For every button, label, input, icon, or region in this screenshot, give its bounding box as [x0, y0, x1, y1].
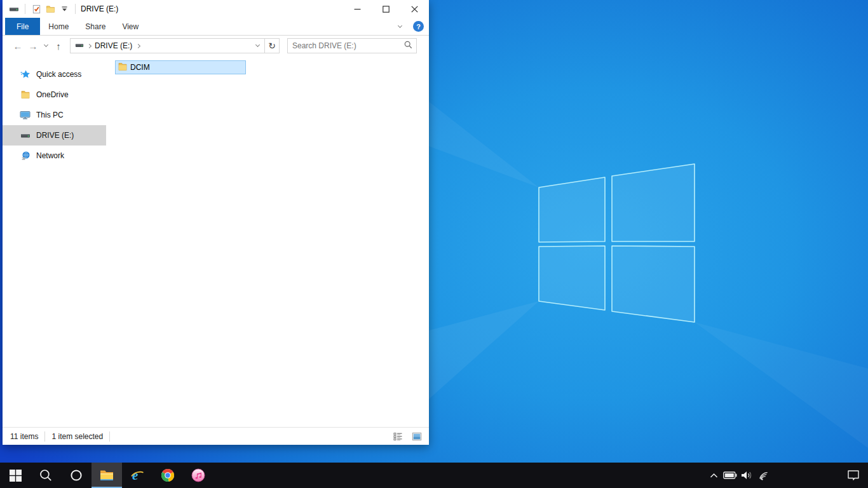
navigation-pane: Quick access OneDrive This PC DRIVE (E:): [3, 56, 106, 427]
view-toggles: [391, 430, 424, 444]
tab-share[interactable]: Share: [77, 18, 114, 35]
file-explorer-window: DRIVE (E:) File Home Share View ? ← → ↑: [3, 0, 429, 445]
up-button arrow-up-icon[interactable]: ↑: [51, 38, 66, 53]
minimize-button minimize-icon[interactable]: [343, 0, 372, 18]
expand-ribbon-button chevron-down-icon[interactable]: [393, 20, 407, 34]
selection-count: 1 item selected: [51, 432, 103, 441]
sidebar-item-label: This PC: [36, 111, 64, 119]
address-bar[interactable]: DRIVE (E:) ↻: [70, 38, 280, 53]
cortana-button cortana-circle-icon[interactable]: [61, 463, 92, 488]
folder-icon: [118, 62, 128, 74]
close-button close-icon[interactable]: [400, 0, 429, 18]
file-item-dcim[interactable]: DCIM: [115, 60, 246, 74]
maximize-button maximize-icon[interactable]: [372, 0, 400, 18]
start-button windows-logo-icon[interactable]: [0, 463, 31, 488]
items-count: 11 items: [10, 432, 38, 441]
action-center-button notification-bubble-icon[interactable]: [839, 463, 868, 488]
qat-properties-button properties-check-icon[interactable]: [29, 2, 43, 16]
taskbar-internet-explorer-button ie-icon[interactable]: e: [122, 463, 153, 488]
taskbar-clock-area: [771, 463, 839, 488]
forward-button arrow-right-icon[interactable]: →: [25, 38, 41, 53]
breadcrumb-chevron-icon[interactable]: [136, 43, 140, 48]
tab-file[interactable]: File: [5, 18, 40, 35]
taskbar-empty-space: [214, 463, 705, 488]
tab-view[interactable]: View: [114, 18, 147, 35]
breadcrumb-drive-icon: [75, 41, 84, 51]
breadcrumb-chevron-icon[interactable]: [87, 43, 92, 48]
address-dropdown-button chevron-down-icon[interactable]: [250, 39, 264, 53]
sidebar-item-network[interactable]: Network: [3, 146, 106, 166]
recent-locations-button chevron-down-icon[interactable]: [41, 38, 51, 53]
window-drive-icon: [7, 2, 21, 16]
drive-icon: [20, 130, 31, 141]
window-controls: [343, 0, 429, 18]
navigation-bar: ← → ↑ DRIVE (E:) ↻: [3, 36, 429, 56]
window-title: DRIVE (E:): [81, 4, 118, 13]
folder-contents-pane[interactable]: DCIM: [106, 56, 429, 427]
volume-tray-button volume-icon[interactable]: [738, 463, 755, 488]
file-name: DCIM: [130, 63, 150, 72]
titlebar: DRIVE (E:): [3, 0, 429, 18]
large-icons-view-button large-icons-view-icon[interactable]: [410, 430, 424, 444]
taskbar: e: [0, 463, 868, 488]
titlebar-separator: [25, 4, 25, 14]
sidebar-item-label: Network: [36, 151, 64, 160]
status-bar: 11 items 1 item selected: [3, 427, 429, 445]
battery-tray-button battery-icon[interactable]: [722, 463, 738, 488]
window-body: Quick access OneDrive This PC DRIVE (E:): [3, 56, 429, 427]
sidebar-item-label: Quick access: [36, 70, 81, 79]
sidebar-item-onedrive[interactable]: OneDrive: [3, 85, 106, 105]
sidebar-item-label: DRIVE (E:): [36, 131, 74, 140]
search-icon[interactable]: [404, 40, 412, 51]
windows-logo: [539, 164, 695, 322]
sidebar-item-label: OneDrive: [36, 90, 69, 99]
folder-icon: [20, 90, 31, 100]
titlebar-separator: [75, 4, 76, 14]
wifi-tray-button wifi-icon[interactable]: [755, 463, 771, 488]
monitor-icon: [20, 110, 31, 121]
qat-customize-button toolbar-chevron-down-icon[interactable]: [57, 2, 71, 16]
qat-new-folder-button new-folder-icon[interactable]: [43, 2, 57, 16]
help-button help-icon[interactable]: ?: [413, 21, 424, 32]
search-input[interactable]: [292, 41, 404, 50]
search-box: [287, 38, 417, 53]
details-view-button details-view-icon[interactable]: [391, 430, 405, 444]
taskbar-chrome-button chrome-icon[interactable]: [153, 463, 183, 488]
refresh-button refresh-icon[interactable]: ↻: [265, 39, 279, 53]
status-divider: [44, 431, 45, 442]
status-divider: [109, 431, 110, 442]
star-icon: [20, 69, 31, 80]
network-icon: [20, 151, 31, 161]
breadcrumb-drive-e[interactable]: DRIVE (E:): [95, 41, 132, 50]
taskbar-search-button search-icon[interactable]: [31, 463, 61, 488]
tab-home[interactable]: Home: [40, 18, 77, 35]
taskbar-itunes-button itunes-icon[interactable]: [183, 463, 214, 488]
ribbon-tab-bar: File Home Share View ?: [3, 18, 429, 36]
show-hidden-icons-button chevron-up-icon[interactable]: [705, 463, 722, 488]
sidebar-item-this-pc[interactable]: This PC: [3, 105, 106, 125]
svg-text:e: e: [132, 468, 138, 483]
sidebar-item-quick-access[interactable]: Quick access: [3, 64, 106, 85]
sidebar-item-drive-e[interactable]: DRIVE (E:): [3, 125, 106, 146]
taskbar-file-explorer-button explorer-folder-icon[interactable]: [92, 463, 122, 488]
back-button arrow-left-icon[interactable]: ←: [10, 38, 25, 53]
